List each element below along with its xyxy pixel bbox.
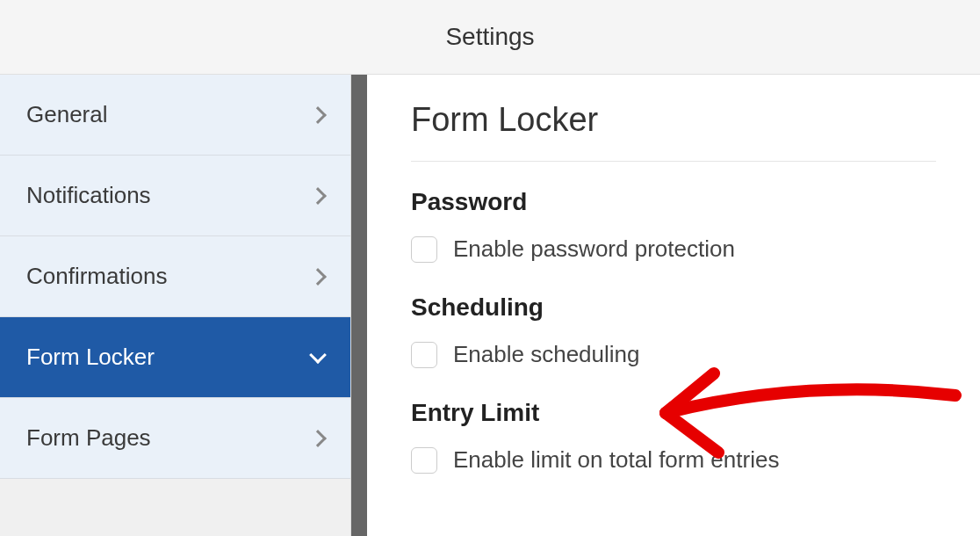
scheduling-section: Scheduling Enable scheduling [411,293,936,368]
sidebar-item-confirmations[interactable]: Confirmations [0,236,350,317]
enable-entry-limit-checkbox[interactable] [411,447,437,474]
password-checkbox-row: Enable password protection [411,235,936,263]
password-heading: Password [411,188,936,216]
sidebar-item-label: Form Locker [26,344,155,371]
scheduling-heading: Scheduling [411,293,936,322]
enable-scheduling-checkbox[interactable] [411,342,437,368]
scheduling-checkbox-row: Enable scheduling [411,341,936,368]
sidebar-item-general[interactable]: General [0,75,350,156]
chevron-right-icon [309,430,327,447]
sidebar-item-label: Form Pages [26,424,151,452]
main-container: General Notifications Confirmations Form… [0,75,980,536]
chevron-right-icon [309,268,327,286]
sidebar-item-label: General [26,101,108,128]
settings-sidebar: General Notifications Confirmations Form… [0,75,351,536]
sidebar-item-form-locker[interactable]: Form Locker [0,317,350,398]
sidebar-item-label: Confirmations [26,263,167,290]
password-checkbox-label: Enable password protection [453,235,735,263]
entry-limit-checkbox-row: Enable limit on total form entries [411,446,936,474]
page-title: Settings [445,23,534,51]
sidebar-item-label: Notifications [26,182,151,209]
sidebar-item-notifications[interactable]: Notifications [0,156,350,236]
sidebar-item-form-pages[interactable]: Form Pages [0,398,350,479]
settings-content: Form Locker Password Enable password pro… [367,75,980,536]
scheduling-checkbox-label: Enable scheduling [453,341,640,368]
settings-header: Settings [0,0,980,75]
content-title: Form Locker [411,101,936,162]
chevron-right-icon [309,187,327,205]
entry-limit-checkbox-label: Enable limit on total form entries [453,446,779,474]
entry-limit-heading: Entry Limit [411,399,936,427]
entry-limit-section: Entry Limit Enable limit on total form e… [411,399,936,474]
panel-divider [351,75,367,536]
chevron-right-icon [309,106,327,124]
enable-password-checkbox[interactable] [411,236,437,263]
chevron-down-icon [309,346,327,364]
password-section: Password Enable password protection [411,188,936,263]
